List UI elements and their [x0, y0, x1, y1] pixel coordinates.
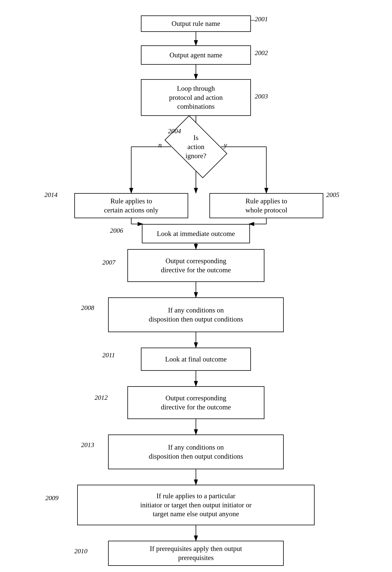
- box-2009: If rule applies to a particularinitiator…: [77, 485, 315, 525]
- box-2006-main: Look at immediate outcome: [142, 224, 250, 243]
- box-2014: Rule applies tocertain actions only: [74, 193, 188, 218]
- label-2004: 2004: [168, 127, 181, 135]
- edge-label-y: y: [224, 141, 227, 149]
- label-2010: 2010: [74, 547, 88, 555]
- box-2002: Output agent name: [141, 45, 251, 65]
- box-2008: If any conditions ondisposition then out…: [108, 297, 284, 332]
- box-2011: Look at final outcome: [141, 348, 251, 371]
- label-2009: 2009: [45, 494, 59, 502]
- box-2001: Output rule name: [141, 16, 251, 32]
- label-2014: 2014: [45, 191, 58, 199]
- box-2003: Loop throughprotocol and actioncombinati…: [141, 79, 251, 116]
- box-2010: If prerequisites apply then outputprereq…: [108, 541, 284, 566]
- label-2008: 2008: [81, 304, 94, 312]
- box-2007: Output correspondingdirective for the ou…: [127, 249, 264, 282]
- label-2005: 2005: [326, 191, 339, 199]
- label-2007: 2007: [102, 259, 115, 266]
- edge-label-n: n: [158, 141, 162, 149]
- label-2001: 2001: [255, 16, 268, 23]
- label-2011: 2011: [102, 351, 115, 359]
- box-2005: Rule applies towhole protocol: [210, 193, 323, 218]
- label-2013: 2013: [81, 441, 94, 449]
- box-2013: If any conditions ondisposition then out…: [108, 434, 284, 469]
- flowchart: Output rule name 2001 Output agent name …: [0, 0, 392, 572]
- label-2012: 2012: [95, 394, 108, 401]
- box-2012: Output correspondingdirective for the ou…: [127, 386, 264, 419]
- label-2003: 2003: [255, 93, 268, 100]
- label-2002: 2002: [255, 49, 268, 57]
- label-2006: 2006: [110, 227, 123, 234]
